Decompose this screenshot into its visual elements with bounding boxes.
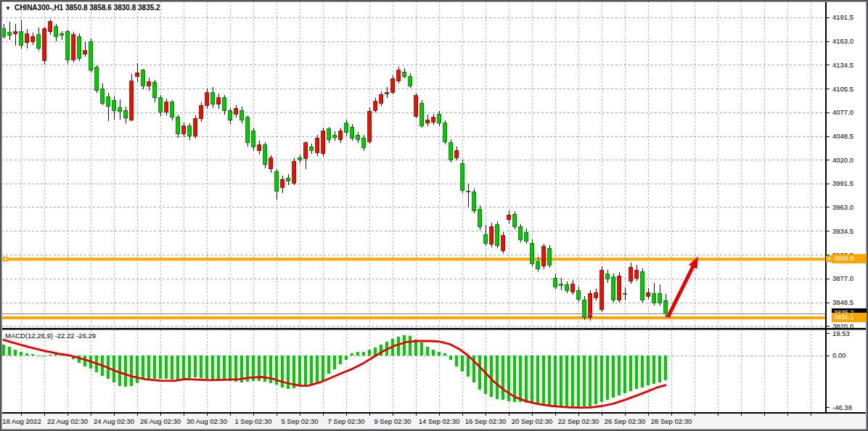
date-axis-label: 24 Aug 02:30 [94, 417, 134, 425]
date-axis-label: 14 Sep 02:30 [419, 417, 460, 425]
macd-histogram-bar [618, 356, 621, 395]
candle-bearish [124, 110, 128, 118]
candle-bullish [269, 158, 273, 169]
candle-bearish [2, 29, 6, 36]
macd-histogram-bar [223, 356, 226, 380]
candle-bearish [536, 261, 540, 268]
price-axis-label: 3963.0 [832, 203, 853, 211]
candle-bullish [182, 126, 186, 134]
chart-window: 4191.54163.04134.54105.54077.04048.54020… [0, 0, 868, 431]
macd-histogram-bar [606, 356, 609, 400]
candle-bearish [223, 98, 226, 110]
date-axis-label: 7 Sep 02:30 [327, 417, 364, 425]
symbol-dropdown-icon[interactable]: ▼ [5, 5, 11, 12]
macd-histogram-bar [327, 356, 330, 374]
candle-bearish [554, 278, 557, 287]
macd-histogram-bar [356, 352, 359, 356]
price-axis-label: 3991.5 [832, 179, 853, 187]
date-axis-label: 28 Sep 02:30 [651, 417, 692, 425]
macd-histogram-bar [542, 356, 545, 405]
macd-histogram-bar [362, 352, 365, 356]
date-axis-label: 30 Aug 02:30 [187, 417, 227, 425]
candle-bullish [501, 236, 505, 250]
candle-bullish [322, 131, 325, 154]
macd-histogram-bar [629, 356, 632, 391]
candle-bullish [194, 118, 197, 136]
price-axis-label: 3848.5 [832, 298, 853, 306]
candle-bearish [101, 89, 105, 103]
date-axis-label: 5 Sep 02:30 [281, 417, 318, 425]
candle-bearish [658, 294, 662, 303]
macd-histogram-bar [635, 356, 638, 389]
date-axis-label: 26 Sep 02:30 [605, 417, 646, 425]
macd-histogram-bar [229, 356, 232, 381]
candle-bullish [635, 270, 639, 278]
candle-bearish [478, 209, 482, 227]
date-axis-label: 20 Sep 02:30 [512, 417, 553, 425]
macd-histogram-bar [641, 356, 644, 387]
candle-bullish [414, 96, 418, 116]
candle-bullish [629, 267, 633, 281]
macd-histogram-bar [147, 356, 150, 379]
candle-bullish [304, 143, 308, 158]
macd-histogram-bar [565, 356, 568, 407]
candle-bullish [14, 32, 17, 34]
candle-bearish [443, 123, 447, 141]
macd-histogram-bar [594, 356, 597, 404]
macd-histogram-bar [554, 356, 557, 406]
candle-bullish [43, 29, 46, 61]
candle-bullish [258, 145, 261, 151]
macd-histogram-bar [153, 356, 156, 379]
candle-bullish [455, 151, 459, 157]
candle-bearish [525, 232, 528, 241]
candle-bullish [374, 102, 377, 110]
macd-histogram-bar [449, 356, 452, 360]
candle-bullish [72, 35, 75, 59]
candle-bullish [380, 94, 383, 103]
candle-bullish [339, 131, 343, 139]
candle-bearish [664, 300, 668, 313]
candle-bearish [333, 135, 337, 137]
macd-histogram-bar [194, 356, 197, 377]
candle-bullish [397, 70, 401, 81]
candle-bullish [205, 93, 209, 105]
candle-bullish [217, 98, 221, 104]
candle-bullish [618, 276, 621, 300]
macd-histogram-bar [548, 356, 551, 406]
candle-bearish [298, 157, 302, 160]
candle-bearish [287, 178, 290, 181]
candle-bearish [612, 277, 615, 300]
macd-histogram-bar [652, 356, 655, 384]
candle-bullish [49, 22, 52, 32]
macd-histogram-bar [647, 356, 650, 385]
candle-bearish [513, 214, 517, 226]
candle-bearish [246, 118, 250, 143]
candle-bearish [112, 100, 116, 110]
candle-bearish [403, 72, 406, 76]
date-axis-label: 9 Sep 02:30 [374, 417, 411, 425]
price-axis-label: 4048.5 [832, 132, 853, 140]
macd-histogram-bar [461, 356, 464, 372]
candle-bearish [66, 31, 70, 59]
candle-bullish [25, 34, 29, 43]
candle-bearish [409, 76, 412, 86]
date-axis-label: 26 Aug 02:30 [140, 417, 181, 425]
macd-histogram-bar [583, 356, 586, 406]
candle-bearish [118, 107, 122, 111]
candle-bearish [89, 41, 93, 70]
candle-bearish [438, 114, 441, 123]
candle-bullish [165, 102, 168, 112]
resistance-line-anchor[interactable] [826, 255, 832, 262]
candle-bearish [229, 110, 232, 120]
candle-bullish [31, 36, 35, 41]
candle-bearish [176, 117, 180, 134]
macd-histogram-bar [519, 356, 522, 402]
macd-histogram-bar [14, 350, 17, 356]
macd-histogram-bar [432, 350, 435, 356]
macd-histogram-bar [345, 356, 348, 360]
candle-bearish [327, 129, 331, 139]
candle-bearish [20, 32, 23, 45]
candle-bearish [37, 35, 41, 49]
candle-bearish [577, 290, 581, 299]
candle-bullish [507, 215, 511, 220]
